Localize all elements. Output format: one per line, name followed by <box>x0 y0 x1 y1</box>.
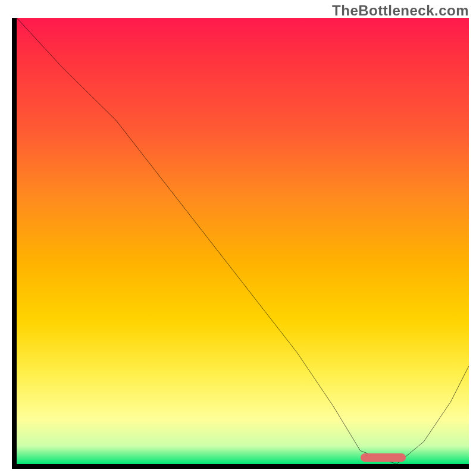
bottleneck-curve-path <box>17 18 469 464</box>
plot-area <box>12 18 469 469</box>
optimal-range-marker <box>361 453 406 462</box>
chart-frame: TheBottleneck.com <box>0 0 476 476</box>
watermark-text: TheBottleneck.com <box>332 2 469 19</box>
curve-svg <box>17 18 469 464</box>
